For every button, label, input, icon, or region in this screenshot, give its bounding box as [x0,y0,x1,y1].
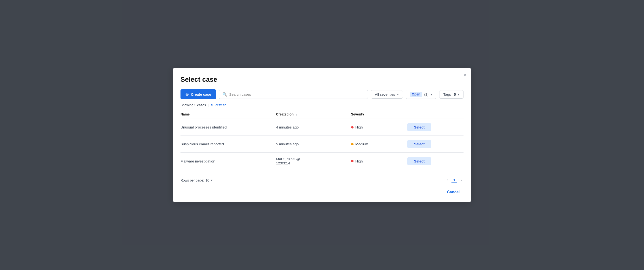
separator: | [208,103,209,107]
column-severity: Severity [351,110,408,119]
chevron-down-icon-3: ▾ [458,93,460,96]
next-page-button[interactable]: › [459,177,464,183]
refresh-label: Refresh [214,103,226,107]
select-case-button[interactable]: Select [407,140,431,148]
case-severity-cell: High [351,153,408,170]
case-created-cell: 4 minutes ago [276,119,351,136]
status-count: (3) [424,92,428,96]
case-severity-cell: High [351,119,408,136]
chevron-down-icon-2: ▾ [430,93,432,96]
status-badge: Open [410,92,422,97]
severity-filter-button[interactable]: All severities ▾ [371,90,403,99]
pagination: ‹ 1 › [445,177,464,183]
modal-overlay: × Select case ⊕ Create case 🔍 All severi… [0,0,644,270]
subheader: Showing 3 cases | ↻ Refresh [180,103,464,107]
rows-per-page-selector[interactable]: Rows per page: 10 ▾ [180,178,212,182]
create-case-label: Create case [191,92,211,96]
cancel-button[interactable]: Cancel [443,188,464,196]
case-name-cell: Malware investigation [180,153,276,170]
select-case-modal: × Select case ⊕ Create case 🔍 All severi… [173,68,471,202]
refresh-icon: ↻ [210,103,214,107]
close-button[interactable]: × [462,72,467,79]
case-severity-cell: Medium [351,136,408,153]
create-case-button[interactable]: ⊕ Create case [180,89,216,99]
rows-per-page-value: 10 [206,178,209,182]
severity-label: High [356,159,363,163]
toolbar: ⊕ Create case 🔍 All severities ▾ Open (3… [180,89,464,99]
tags-count: 5 [454,92,456,96]
search-icon: 🔍 [222,92,227,97]
rows-per-page-label: Rows per page: [180,178,204,182]
search-box: 🔍 [219,90,368,99]
plus-circle-icon: ⊕ [185,92,189,97]
severity-label: High [356,125,363,129]
case-created-cell: Mar 3, 2023 @ 12:03:14 [276,153,351,170]
status-filter-button[interactable]: Open (3) ▾ [406,90,436,99]
select-case-button[interactable]: Select [407,123,431,131]
modal-title: Select case [180,76,464,83]
column-name: Name [180,110,276,119]
severity-dot [351,126,354,128]
case-created-cell: 5 minutes ago [276,136,351,153]
current-page: 1 [452,177,457,183]
table-row: Suspicious emails reported 5 minutes ago… [180,136,464,153]
table-row: Malware investigation Mar 3, 2023 @ 12:0… [180,153,464,170]
chevron-down-icon-rows: ▾ [211,178,212,182]
severity-filter-label: All severities [375,92,395,96]
cases-table: Name Created on ↓ Severity Unusual proce… [180,110,464,170]
column-action [407,110,464,119]
case-name-cell: Suspicious emails reported [180,136,276,153]
tags-label: Tags [443,92,451,96]
prev-page-button[interactable]: ‹ [445,177,450,183]
modal-actions: Cancel [180,188,464,196]
severity-dot [351,143,354,145]
refresh-button[interactable]: ↻ Refresh [210,103,226,107]
footer: Rows per page: 10 ▾ ‹ 1 › [180,175,464,183]
table-row: Unusual processes identified 4 minutes a… [180,119,464,136]
tags-filter-button[interactable]: Tags 5 ▾ [439,90,464,99]
showing-count: Showing 3 cases [180,103,206,107]
case-action-cell: Select [407,119,464,136]
severity-dot [351,160,354,162]
case-action-cell: Select [407,153,464,170]
sort-icon: ↓ [296,113,297,116]
chevron-down-icon: ▾ [397,93,399,96]
search-input[interactable] [229,92,364,96]
severity-label: Medium [356,142,368,146]
column-created-on[interactable]: Created on ↓ [276,110,351,119]
case-action-cell: Select [407,136,464,153]
case-name-cell: Unusual processes identified [180,119,276,136]
select-case-button[interactable]: Select [407,157,431,165]
